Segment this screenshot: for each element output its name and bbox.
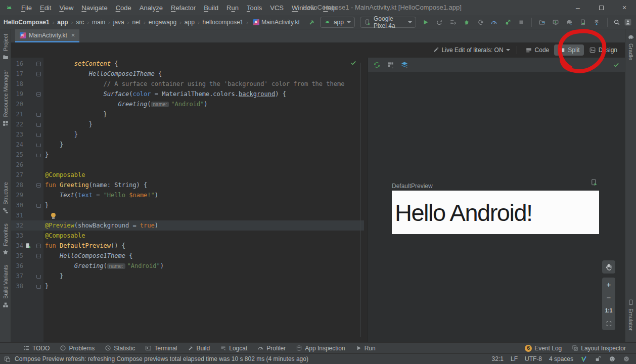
fold-open-icon[interactable] (36, 183, 41, 188)
code-line-36[interactable]: 36 Greeting(name:"Android") (11, 261, 364, 271)
fold-end-icon[interactable] (36, 113, 41, 117)
zoom-to-fit-button[interactable] (602, 317, 615, 330)
file-encoding[interactable]: UTF-8 (525, 355, 542, 362)
indent-setting[interactable]: 4 spaces (549, 355, 573, 362)
run-play-button[interactable] (419, 16, 432, 28)
code-line-31[interactable]: 31 (11, 210, 364, 220)
fold-marker[interactable] (33, 143, 43, 147)
fold-open-icon[interactable] (36, 92, 41, 97)
profile-avatar[interactable] (623, 16, 633, 28)
v-mark-icon[interactable] (580, 355, 587, 362)
live-edit-dropdown[interactable]: Live Edit of literals: ON (429, 45, 513, 55)
sidebar-item-resource-manager[interactable]: Resource Manager (2, 70, 9, 127)
menu-tools[interactable]: Tools (243, 2, 266, 14)
tool-window-app-inspection[interactable]: App Inspection (291, 343, 350, 354)
fold-marker[interactable] (33, 274, 43, 279)
layout-option-button[interactable] (387, 61, 394, 69)
tool-window-profiler[interactable]: Profiler (252, 343, 291, 354)
fold-marker[interactable] (33, 132, 43, 137)
code-line-30[interactable]: 30} (11, 200, 364, 210)
sidebar-item-favorites[interactable]: Favorites (2, 223, 9, 256)
breadcrumb-item[interactable]: app (57, 19, 68, 26)
code-editor[interactable]: 16 setContent {17 HelloCompose1Theme {18… (11, 58, 364, 342)
menu-file[interactable]: File (17, 2, 36, 14)
run-preview-gutter-icon[interactable] (23, 243, 33, 249)
fold-marker[interactable] (33, 153, 43, 157)
code-line-20[interactable]: 20 Greeting(name:"Android") (11, 99, 364, 109)
zoom-actual-size-button[interactable]: 1:1 (602, 304, 615, 317)
code-line-16[interactable]: 16 setContent { (11, 59, 364, 69)
apply-changes-button[interactable] (433, 16, 445, 28)
code-line-35[interactable]: 35 HelloCompose1Theme { (11, 251, 364, 261)
fold-end-icon[interactable] (36, 144, 41, 147)
menu-edit[interactable]: Edit (36, 2, 55, 14)
breadcrumb-file[interactable]: KMainActivity.kt (253, 19, 300, 26)
fold-marker[interactable] (33, 203, 43, 208)
menu-view[interactable]: View (55, 2, 77, 14)
code-line-32[interactable]: 32@Preview(showBackground = true) (11, 220, 364, 231)
code-line-37[interactable]: 37 } (11, 271, 364, 281)
run-configuration-select[interactable]: app (320, 17, 355, 28)
intention-bulb-icon[interactable] (51, 213, 56, 217)
code-line-19[interactable]: 19 Surface(color = MaterialTheme.colors.… (11, 89, 364, 99)
code-line-27[interactable]: 27@Composable (11, 170, 364, 180)
split-divider[interactable] (364, 58, 368, 342)
fold-open-icon[interactable] (36, 254, 41, 258)
sdk-manager-button[interactable] (590, 16, 603, 28)
sidebar-item-project[interactable]: Project (2, 34, 9, 61)
tab-close-icon[interactable]: × (71, 31, 75, 39)
code-line-24[interactable]: 24 } (11, 140, 364, 150)
sidebar-item-structure[interactable]: Structure (2, 182, 9, 214)
tool-window-switcher-icon[interactable] (4, 356, 11, 362)
gradle-sync-button[interactable] (563, 16, 576, 28)
tool-window-terminal[interactable]: Terminal (140, 343, 182, 354)
refresh-preview-button[interactable] (373, 61, 381, 69)
run-preview-icon[interactable] (590, 178, 598, 186)
tool-window-problems[interactable]: Problems (55, 343, 100, 354)
fold-marker[interactable] (33, 122, 43, 127)
menu-navigate[interactable]: Navigate (77, 2, 111, 14)
sidebar-item-emulator[interactable]: Emulator (627, 299, 634, 331)
minimize-button[interactable]: – (566, 0, 589, 15)
menu-refactor[interactable]: Refactor (167, 2, 200, 14)
tool-window-todo[interactable]: TODO (18, 343, 55, 354)
tool-window-build[interactable]: Build (183, 343, 215, 354)
event-log-button[interactable]: 6 Event Log (520, 343, 567, 354)
zoom-in-button[interactable]: + (602, 278, 615, 291)
fold-marker[interactable] (33, 284, 43, 289)
zoom-out-button[interactable]: − (602, 291, 615, 304)
fold-marker[interactable] (33, 183, 43, 188)
code-line-28[interactable]: 28fun Greeting(name: String) { (11, 180, 364, 190)
mode-design-button[interactable]: Design (585, 44, 621, 56)
preview-canvas[interactable]: DefaultPreview Hello Android! + − 1:1 (368, 72, 625, 342)
sidebar-item-build-variants[interactable]: Build Variants (2, 265, 9, 308)
fold-open-icon[interactable] (36, 62, 41, 66)
sidebar-item-gradle[interactable]: Gradle (627, 34, 634, 60)
layers-button[interactable] (400, 61, 408, 69)
maximize-button[interactable] (589, 0, 613, 15)
code-line-21[interactable]: 21 } (11, 109, 364, 119)
unlock-icon[interactable] (595, 355, 602, 362)
fold-end-icon[interactable] (36, 154, 41, 157)
tool-window-run[interactable]: Run (350, 343, 381, 354)
device-select[interactable]: Google Pixel 4a (360, 17, 416, 28)
menu-analyze[interactable]: Analyze (135, 2, 167, 14)
fold-marker[interactable] (33, 112, 43, 117)
feedback-happy-icon[interactable] (609, 355, 616, 362)
tab-mainactivity[interactable]: K MainActivity.kt × (15, 29, 79, 42)
emulator-window-button[interactable] (550, 16, 562, 28)
breadcrumb-item[interactable]: net (131, 19, 141, 26)
fold-end-icon[interactable] (36, 285, 41, 289)
debug-button[interactable] (460, 16, 473, 28)
fold-marker[interactable] (33, 62, 43, 66)
layout-inspector-button[interactable]: Layout Inspector (567, 343, 631, 354)
feedback-sad-icon[interactable] (623, 355, 630, 362)
fold-end-icon[interactable] (36, 123, 41, 127)
close-button[interactable]: × (613, 0, 636, 15)
mode-split-button[interactable]: Split (554, 44, 583, 56)
stop-button[interactable] (515, 16, 527, 28)
code-line-22[interactable]: 22 } (11, 119, 364, 129)
breadcrumb-item[interactable]: main (92, 19, 106, 26)
menu-vcs[interactable]: VCS (266, 2, 288, 14)
fold-end-icon[interactable] (36, 133, 41, 137)
